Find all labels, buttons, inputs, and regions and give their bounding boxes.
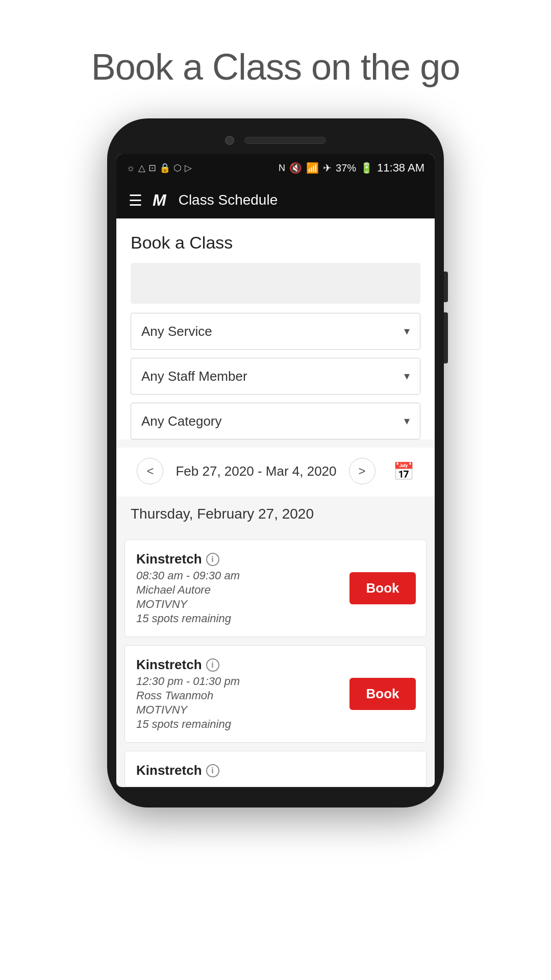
class-instructor-2: Ross Twanmoh (136, 689, 349, 702)
image-icon: ⊡ (148, 162, 156, 174)
warning-icon: △ (138, 162, 145, 174)
info-icon-1[interactable]: i (206, 553, 219, 566)
date-navigator: < Feb 27, 2020 - Mar 4, 2020 > 📅 (116, 448, 435, 497)
status-left-icons: ☼ △ ⊡ 🔒 ⬡ ▷ (127, 162, 192, 174)
app-header: ☰ M Class Schedule (116, 182, 435, 218)
date-range-label: Feb 27, 2020 - Mar 4, 2020 (176, 463, 336, 479)
info-icon-2[interactable]: i (206, 658, 219, 672)
wifi-icon: 📶 (306, 162, 319, 174)
staff-dropdown-arrow: ▾ (404, 370, 410, 383)
app-content: Book a Class Any Service ▾ Any Staff Mem… (116, 218, 435, 439)
class-name-3: Kinstretch i (136, 763, 416, 778)
side-button (444, 272, 448, 302)
mute-icon: 🔇 (289, 162, 302, 174)
brightness-icon: ☼ (127, 163, 135, 174)
class-info-1: Kinstretch i 08:30 am - 09:30 am Michael… (136, 551, 349, 625)
class-time-1: 08:30 am - 09:30 am (136, 569, 349, 582)
calendar-picker-icon[interactable]: 📅 (393, 461, 414, 481)
phone-speaker (244, 137, 326, 144)
class-name-2: Kinstretch i (136, 657, 349, 673)
day-header: Thursday, February 27, 2020 (116, 497, 435, 531)
phone-shell: ☼ △ ⊡ 🔒 ⬡ ▷ N 🔇 📶 ✈ 37% 🔋 11:38 AM ☰ M C… (107, 118, 444, 807)
play-icon: ▷ (185, 162, 192, 174)
category-dropdown-label: Any Category (141, 413, 222, 429)
hamburger-menu-icon[interactable]: ☰ (129, 191, 142, 209)
book-a-class-title: Book a Class (131, 233, 420, 253)
app-logo: M (153, 191, 166, 210)
book-button-2[interactable]: Book (349, 678, 416, 710)
phone-screen: ☼ △ ⊡ 🔒 ⬡ ▷ N 🔇 📶 ✈ 37% 🔋 11:38 AM ☰ M C… (116, 154, 435, 787)
class-instructor-1: Michael Autore (136, 583, 349, 597)
category-dropdown[interactable]: Any Category ▾ (131, 403, 420, 439)
status-right-icons: N 🔇 📶 ✈ 37% 🔋 11:38 AM (279, 161, 424, 175)
battery-icon: 🔋 (360, 162, 373, 174)
class-spots-1: 15 spots remaining (136, 612, 349, 625)
calendar-placeholder (131, 263, 420, 304)
class-card-3-partial: Kinstretch i (124, 751, 427, 787)
class-info-3: Kinstretch i (136, 763, 416, 780)
class-time-2: 12:30 pm - 01:30 pm (136, 675, 349, 688)
phone-top-bar (116, 129, 435, 154)
service-dropdown[interactable]: Any Service ▾ (131, 313, 420, 350)
nfc-icon: N (279, 163, 285, 174)
class-location-2: MOTIVNY (136, 703, 349, 717)
info-icon-3[interactable]: i (206, 764, 219, 777)
class-info-2: Kinstretch i 12:30 pm - 01:30 pm Ross Tw… (136, 657, 349, 731)
class-spots-2: 15 spots remaining (136, 718, 349, 731)
next-date-button[interactable]: > (349, 458, 375, 484)
lock-icon: 🔒 (159, 162, 170, 174)
class-location-1: MOTIVNY (136, 598, 349, 611)
airplane-icon: ✈ (323, 162, 332, 174)
front-camera (225, 136, 234, 145)
service-dropdown-arrow: ▾ (404, 325, 410, 338)
service-dropdown-label: Any Service (141, 324, 212, 339)
class-card-1: Kinstretch i 08:30 am - 09:30 am Michael… (124, 540, 427, 637)
staff-dropdown-label: Any Staff Member (141, 369, 247, 384)
app-header-title: Class Schedule (179, 192, 278, 208)
battery-text: 37% (336, 162, 356, 174)
data-icon: ⬡ (173, 162, 182, 174)
staff-dropdown[interactable]: Any Staff Member ▾ (131, 358, 420, 395)
book-button-1[interactable]: Book (349, 572, 416, 604)
class-card-2: Kinstretch i 12:30 pm - 01:30 pm Ross Tw… (124, 645, 427, 743)
category-dropdown-arrow: ▾ (404, 414, 410, 428)
prev-date-button[interactable]: < (137, 458, 163, 484)
side-button-volume (444, 312, 448, 363)
class-name-1: Kinstretch i (136, 551, 349, 567)
status-bar: ☼ △ ⊡ 🔒 ⬡ ▷ N 🔇 📶 ✈ 37% 🔋 11:38 AM (116, 154, 435, 182)
status-time: 11:38 AM (377, 161, 424, 175)
hero-title: Book a Class on the go (91, 46, 460, 88)
